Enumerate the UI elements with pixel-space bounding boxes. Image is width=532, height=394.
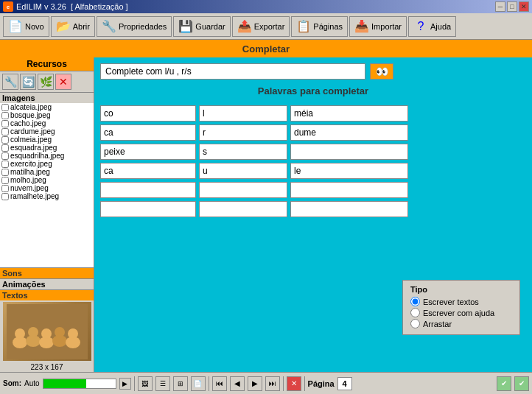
novo-button[interactable]: 📄 Novo bbox=[3, 16, 49, 37]
cell-left-input[interactable] bbox=[100, 105, 196, 122]
nav-next-button[interactable]: ▶ bbox=[248, 376, 262, 391]
importar-button[interactable]: 📥 Importar bbox=[349, 16, 407, 37]
list-item[interactable]: ramalhete.jpeg bbox=[0, 192, 94, 200]
cell-right-input[interactable] bbox=[290, 163, 408, 179]
image-size-label: 223 x 167 bbox=[0, 362, 94, 372]
play-button[interactable]: ▶ bbox=[119, 378, 131, 390]
svg-point-4 bbox=[28, 327, 38, 337]
cell-mid-input[interactable] bbox=[199, 201, 287, 217]
instruction-input[interactable] bbox=[100, 63, 365, 80]
textos-section-label[interactable]: Textos bbox=[0, 289, 94, 300]
animacoes-section-label[interactable]: Animações bbox=[0, 278, 94, 289]
tipo-options: Escrever textosEscrever com ajudaArrasta… bbox=[410, 297, 512, 328]
sidebar-tool-3[interactable]: 🌿 bbox=[38, 74, 54, 90]
page-label: Página bbox=[308, 379, 335, 388]
ok-button[interactable]: ✔ bbox=[497, 376, 511, 391]
tipo-option[interactable]: Escrever textos bbox=[410, 297, 512, 306]
cell-mid-input[interactable] bbox=[199, 124, 287, 141]
cell-mid-input[interactable] bbox=[199, 163, 287, 179]
list-item[interactable]: alcateia.jpeg bbox=[0, 103, 94, 111]
nav-last-button[interactable]: ⏭ bbox=[265, 376, 280, 391]
cell-left-input[interactable] bbox=[100, 201, 196, 217]
divider-4 bbox=[304, 376, 305, 391]
exportar-button[interactable]: 📤 Exportar bbox=[232, 16, 290, 37]
input-row bbox=[100, 163, 526, 179]
list-button[interactable]: ☰ bbox=[155, 376, 170, 391]
list-item[interactable]: nuvem.jpeg bbox=[0, 184, 94, 192]
cell-left-input[interactable] bbox=[100, 144, 196, 160]
delete-button[interactable]: ✕ bbox=[287, 376, 301, 391]
cell-right-input[interactable] bbox=[290, 124, 408, 141]
propriedades-button[interactable]: 🔧 Propriedades bbox=[97, 16, 172, 37]
cell-right-input[interactable] bbox=[290, 105, 408, 122]
abrir-icon: 📂 bbox=[56, 19, 71, 34]
progress-fill bbox=[43, 379, 87, 388]
save-img-button[interactable]: 🖼 bbox=[138, 376, 153, 391]
activity-title: Completar bbox=[242, 43, 290, 54]
input-row bbox=[100, 124, 526, 141]
ajuda-button[interactable]: ? Ajuda bbox=[408, 16, 456, 37]
imagens-list[interactable]: alcateia.jpegbosque.jpegcacho.jpegcardum… bbox=[0, 103, 94, 267]
header-row: 👀 bbox=[100, 63, 526, 80]
minimize-button[interactable]: ─ bbox=[495, 1, 505, 12]
grid-button[interactable]: ⊞ bbox=[173, 376, 188, 391]
sidebar-tools: 🔧 🔄 🌿 ✕ bbox=[0, 71, 94, 92]
divider-1 bbox=[134, 376, 135, 391]
cell-right-input[interactable] bbox=[290, 201, 408, 217]
list-item[interactable]: esquadra.jpeg bbox=[0, 144, 94, 152]
list-item[interactable]: matilha.jpeg bbox=[0, 168, 94, 176]
exportar-icon: 📤 bbox=[237, 19, 252, 34]
main-toolbar: 📄 Novo 📂 Abrir 🔧 Propriedades 💾 Guardar … bbox=[0, 13, 532, 40]
list-item[interactable]: bosque.jpeg bbox=[0, 111, 94, 119]
main-layout: Recursos 🔧 🔄 🌿 ✕ Imagens alcateia.jpegbo… bbox=[0, 57, 532, 372]
abrir-button[interactable]: 📂 Abrir bbox=[51, 16, 95, 37]
progress-bar bbox=[43, 379, 116, 389]
novo-icon: 📄 bbox=[8, 19, 23, 34]
input-row bbox=[100, 201, 526, 217]
som-label: Som: bbox=[3, 379, 21, 387]
sidebar-tool-2[interactable]: 🔄 bbox=[20, 74, 36, 90]
cell-mid-input[interactable] bbox=[199, 182, 287, 198]
cell-left-input[interactable] bbox=[100, 163, 196, 179]
tipo-option[interactable]: Arrastar bbox=[410, 319, 512, 328]
tipo-option[interactable]: Escrever com ajuda bbox=[410, 308, 512, 317]
close-button[interactable]: ✕ bbox=[519, 1, 529, 12]
sidebar-header: Recursos bbox=[0, 57, 94, 71]
ajuda-icon: ? bbox=[413, 19, 428, 34]
input-row bbox=[100, 182, 526, 198]
nav-first-button[interactable]: ⏮ bbox=[212, 376, 227, 391]
list-item[interactable]: colmeia.jpeg bbox=[0, 136, 94, 144]
export2-button[interactable]: 📄 bbox=[191, 376, 206, 391]
cell-left-input[interactable] bbox=[100, 182, 196, 198]
input-rows-container bbox=[100, 105, 526, 220]
nav-prev-button[interactable]: ◀ bbox=[230, 376, 245, 391]
app-icon: e bbox=[3, 1, 13, 12]
maximize-button[interactable]: □ bbox=[507, 1, 517, 12]
list-item[interactable]: molho.jpeg bbox=[0, 176, 94, 184]
tipo-box: Tipo Escrever textosEscrever com ajudaAr… bbox=[402, 280, 520, 335]
svg-point-6 bbox=[41, 328, 52, 339]
svg-point-8 bbox=[55, 327, 65, 337]
list-item[interactable]: esquadrilha.jpeg bbox=[0, 152, 94, 160]
cell-mid-input[interactable] bbox=[199, 105, 287, 122]
sidebar-tool-1[interactable]: 🔧 bbox=[2, 74, 18, 90]
cell-right-input[interactable] bbox=[290, 182, 408, 198]
list-item[interactable]: cardume.jpeg bbox=[0, 127, 94, 136]
cell-mid-input[interactable] bbox=[199, 144, 287, 160]
content-inner: Palavras para completar bbox=[100, 85, 526, 220]
guardar-button[interactable]: 💾 Guardar bbox=[173, 16, 230, 37]
paginas-button[interactable]: 📋 Páginas bbox=[291, 16, 348, 37]
guardar-icon: 💾 bbox=[178, 19, 193, 34]
sons-section-label[interactable]: Sons bbox=[0, 267, 94, 278]
window-controls: ─ □ ✕ bbox=[495, 1, 529, 12]
cell-right-input[interactable] bbox=[290, 144, 408, 160]
cell-left-input[interactable] bbox=[100, 124, 196, 141]
preview-area bbox=[3, 302, 91, 361]
apply-button[interactable]: ✔ bbox=[514, 376, 529, 391]
sidebar-tool-4[interactable]: ✕ bbox=[55, 74, 71, 90]
list-item[interactable]: exercito.jpeg bbox=[0, 160, 94, 168]
preview-image bbox=[3, 302, 91, 361]
palavras-title: Palavras para completar bbox=[100, 85, 526, 96]
list-item[interactable]: cacho.jpeg bbox=[0, 119, 94, 127]
eyes-icon[interactable]: 👀 bbox=[370, 63, 393, 80]
